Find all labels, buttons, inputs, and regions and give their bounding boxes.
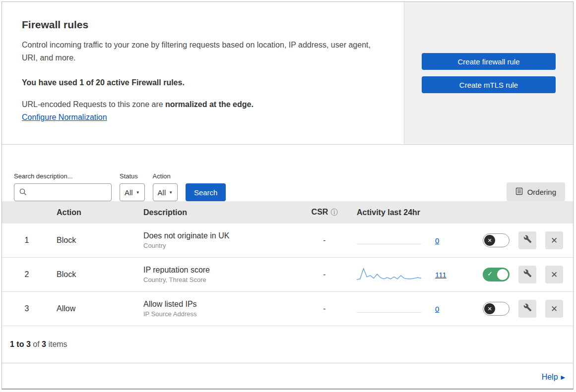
filter-toolbar: Search description... Status All ▼ Actio… <box>2 145 573 201</box>
status-filter-value: All <box>125 188 133 197</box>
close-icon: ✕ <box>551 235 558 246</box>
activity-sparkline <box>357 300 421 317</box>
normalization-text: URL-encoded Requests to this zone are <box>22 100 165 109</box>
rule-action: Block <box>52 270 138 279</box>
rule-enabled-toggle[interactable]: ✕ <box>483 233 510 247</box>
chevron-down-icon: ▼ <box>136 190 140 195</box>
close-icon: ✕ <box>551 270 558 280</box>
items-range: 1 to 3 <box>10 340 31 348</box>
rule-description-cell: Does not originate in UK Country <box>138 231 297 249</box>
arrow-right-icon: ▶ <box>561 374 565 381</box>
help-link[interactable]: Help ▶ <box>542 373 565 382</box>
ordering-button[interactable]: Ordering <box>507 182 565 201</box>
rule-priority: 1 <box>2 236 52 245</box>
rule-description-cell: Allow listed IPs IP Source Address <box>138 300 297 318</box>
rule-csr: - <box>297 270 352 279</box>
action-filter-value: All <box>158 188 166 197</box>
rule-fields: Country, Threat Score <box>143 276 297 283</box>
rule-controls: ✓ ✕ <box>476 266 573 283</box>
check-icon: ✓ <box>487 270 493 278</box>
rule-action: Allow <box>52 304 138 313</box>
of-text: of <box>31 340 42 348</box>
toggle-knob: ✕ <box>484 235 495 246</box>
search-icon <box>19 188 27 198</box>
activity-sparkline <box>357 266 421 283</box>
delete-rule-button[interactable]: ✕ <box>545 231 563 249</box>
activity-sparkline <box>357 232 421 249</box>
help-link-label: Help <box>542 373 558 382</box>
page-description: Control incoming traffic to your zone by… <box>22 39 379 64</box>
column-description: Description <box>138 208 297 217</box>
search-button[interactable]: Search <box>186 183 226 201</box>
rule-description-cell: IP reputation score Country, Threat Scor… <box>138 266 297 283</box>
column-activity: Activity last 24hr <box>352 208 476 217</box>
action-filter-dropdown[interactable]: All ▼ <box>153 183 178 201</box>
action-filter-group: Action All ▼ <box>153 172 178 201</box>
column-csr: CSRⓘ <box>297 208 352 217</box>
edit-rule-button[interactable] <box>518 266 536 283</box>
rule-description[interactable]: Allow listed IPs <box>143 300 297 309</box>
normalization-note: URL-encoded Requests to this zone are no… <box>22 100 384 109</box>
action-filter-label: Action <box>153 172 178 180</box>
rule-description[interactable]: Does not originate in UK <box>143 231 297 240</box>
x-icon: ✕ <box>487 306 492 312</box>
rule-csr: - <box>297 236 352 245</box>
items-text: items <box>46 340 67 348</box>
chevron-down-icon: ▼ <box>169 190 173 195</box>
close-icon: ✕ <box>551 304 558 314</box>
rule-activity-cell: 0 <box>352 232 476 249</box>
ordering-list-icon <box>515 187 523 197</box>
table-row: 1 Block Does not originate in UK Country… <box>2 224 573 258</box>
usage-summary: You have used 1 of 20 active Firewall ru… <box>22 78 384 87</box>
header-section: Firewall rules Control incoming traffic … <box>2 2 573 145</box>
status-filter-dropdown[interactable]: All ▼ <box>120 183 145 201</box>
items-total: 3 <box>42 340 46 348</box>
search-input[interactable] <box>14 183 112 201</box>
wrench-icon <box>523 269 532 280</box>
rule-controls: ✕ ✕ <box>476 231 573 249</box>
firewall-rules-panel: Firewall rules Control incoming traffic … <box>1 1 574 390</box>
edit-rule-button[interactable] <box>518 231 536 249</box>
header-info: Firewall rules Control incoming traffic … <box>2 2 404 144</box>
rule-controls: ✕ ✕ <box>476 300 573 318</box>
rule-fields: Country <box>143 242 297 249</box>
rule-enabled-toggle[interactable]: ✓ <box>483 268 510 281</box>
ordering-button-label: Ordering <box>527 188 556 196</box>
column-action: Action <box>52 208 138 217</box>
x-icon: ✕ <box>487 237 492 244</box>
rule-activity-cell: 0 <box>352 300 476 317</box>
configure-normalization-link[interactable]: Configure Normalization <box>22 113 107 121</box>
rule-fields: IP Source Address <box>143 310 297 318</box>
activity-count-link[interactable]: 111 <box>435 271 447 279</box>
rule-action: Block <box>52 236 138 245</box>
activity-count-link[interactable]: 0 <box>435 305 439 313</box>
column-csr-label: CSR <box>312 208 328 216</box>
status-filter-group: Status All ▼ <box>120 172 145 201</box>
table-row: 3 Allow Allow listed IPs IP Source Addre… <box>2 292 573 326</box>
sparkline-chart <box>357 266 421 283</box>
edit-rule-button[interactable] <box>518 300 536 318</box>
rule-description[interactable]: IP reputation score <box>143 266 297 275</box>
help-row: Help ▶ <box>2 373 573 389</box>
create-firewall-rule-button[interactable]: Create firewall rule <box>422 53 556 70</box>
toggle-knob: ✕ <box>484 303 495 314</box>
wrench-icon <box>523 303 532 314</box>
toggle-knob <box>497 269 508 280</box>
search-box <box>14 183 112 201</box>
normalization-bold-text: normalized at the edge. <box>165 100 254 109</box>
rule-priority: 2 <box>2 270 52 279</box>
create-mtls-rule-button[interactable]: Create mTLS rule <box>422 76 556 93</box>
page-title: Firewall rules <box>22 19 384 31</box>
rule-enabled-toggle[interactable]: ✕ <box>483 302 510 316</box>
info-icon[interactable]: ⓘ <box>330 208 337 216</box>
table-row: 2 Block IP reputation score Country, Thr… <box>2 258 573 292</box>
activity-count-link[interactable]: 0 <box>435 236 439 245</box>
delete-rule-button[interactable]: ✕ <box>545 266 563 283</box>
rule-activity-cell: 111 <box>352 266 476 283</box>
status-filter-label: Status <box>120 172 145 180</box>
pagination-summary: 1 to 3 of 3 items <box>2 326 573 363</box>
rule-priority: 3 <box>2 304 52 313</box>
table-header-row: Action Description CSRⓘ Activity last 24… <box>2 201 573 224</box>
search-group: Search description... <box>14 172 112 201</box>
delete-rule-button[interactable]: ✕ <box>545 300 563 318</box>
